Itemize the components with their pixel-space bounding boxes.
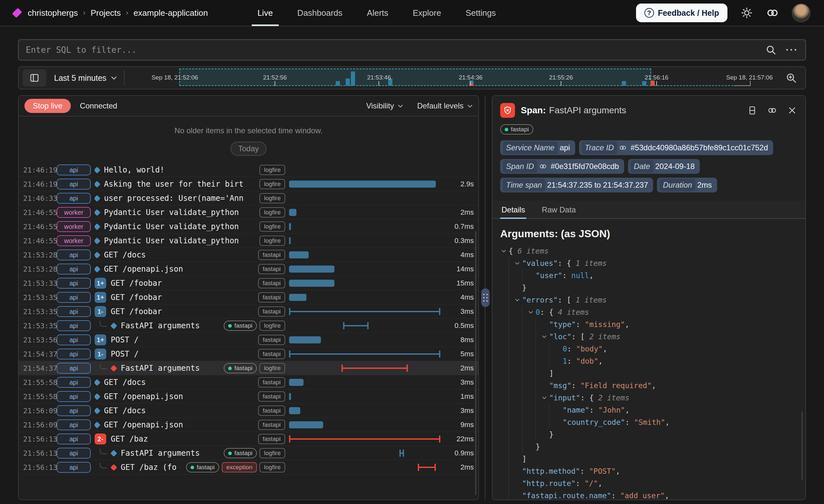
service-badge: api (57, 306, 91, 317)
copy-link-icon[interactable] (767, 105, 778, 116)
service-badge: api (57, 377, 91, 388)
trace-row[interactable]: 21:53:35apiFastAPI argumentsfastapilogfi… (19, 319, 478, 333)
tab-details[interactable]: Details (500, 201, 526, 218)
trace-row[interactable]: 21:46:55workerPydantic User validate_pyt… (19, 234, 478, 248)
tab-settings[interactable]: Settings (464, 0, 497, 26)
panel-resize-handle[interactable] (481, 288, 490, 307)
indent-guide (509, 428, 522, 440)
tab-alerts[interactable]: Alerts (366, 0, 390, 26)
theme-toggle-icon[interactable] (740, 6, 753, 19)
row-timestamp: 21:56:09 (23, 407, 53, 415)
zoom-in-icon[interactable] (781, 72, 802, 84)
breadcrumb-org[interactable]: christophergs (28, 8, 78, 18)
expand-children-badge[interactable]: 1+ (95, 334, 106, 345)
trace-row[interactable]: 21:53:33api1+GET /foobarfastapi15ms (19, 276, 478, 290)
timeline-histogram[interactable]: 21:52:5621:53:4621:54:3621:55:2621:56:16… (126, 67, 781, 89)
trace-row[interactable]: 21:53:28apiGET /openapi.jsonfastapi14ms (19, 262, 478, 276)
link-icon[interactable] (539, 163, 547, 170)
service-badge: worker (57, 235, 91, 246)
sidebar-toggle-button[interactable] (22, 69, 46, 87)
timeline-selection[interactable] (179, 69, 651, 86)
json-tree: { 6 items"values": { 1 items"user": null… (500, 245, 798, 500)
json-token: "loc" (549, 332, 571, 341)
user-avatar[interactable] (792, 4, 811, 22)
trace-row[interactable]: 21:56:09apiGET /docsfastapi3ms (19, 404, 478, 418)
row-duration: 5ms (444, 350, 474, 358)
json-caret[interactable] (514, 298, 521, 302)
expand-children-badge[interactable]: 1- (95, 306, 106, 317)
json-token: 1 items (576, 259, 607, 268)
trace-row[interactable]: 21:53:28apiGET /docsfastapi4ms (19, 248, 478, 262)
trace-row[interactable]: 21:56:13apiGET /baz (fofastapiexceptionl… (19, 460, 478, 474)
trace-row[interactable]: 21:46:55workerPydantic User validate_pyt… (19, 219, 478, 234)
timeline-tick-label: 21:53:46 (367, 74, 391, 81)
link-icon[interactable] (619, 144, 627, 152)
trace-row[interactable]: 21:55:58apiGET /docsfastapi3ms (19, 375, 478, 389)
trace-row[interactable]: 21:56:09apiGET /openapi.jsonfastapi9ms (19, 418, 478, 432)
json-caret[interactable] (500, 249, 507, 253)
detail-scrollbar[interactable] (802, 411, 803, 480)
trace-row[interactable]: 21:56:13api2-GET /bazfastapi22ms (19, 432, 478, 446)
trace-row[interactable]: 21:53:56api1+POST /fastapi8ms (19, 333, 478, 347)
span-name: GET /foobar (111, 307, 162, 316)
trace-row[interactable]: 21:46:55workerPydantic User validate_pyt… (19, 205, 478, 219)
stop-live-button[interactable]: Stop live (24, 99, 71, 113)
visibility-dropdown[interactable]: Visibility (366, 101, 403, 110)
breadcrumb-project[interactable]: example-application (133, 8, 208, 18)
trace-row[interactable]: 21:46:19apiHello, world!logfire (19, 163, 478, 177)
time-range-select[interactable]: Last 5 minutes (54, 73, 117, 83)
duration-bar-track (289, 191, 440, 205)
expand-children-badge[interactable]: 2- (95, 433, 106, 444)
duration-bar-track (289, 276, 440, 290)
indent-guide (509, 440, 522, 453)
tab-explore[interactable]: Explore (411, 0, 442, 26)
trace-row[interactable]: 21:54:37api1-POST /fastapi5ms (19, 347, 478, 361)
trace-row[interactable]: 21:55:58apiGET /openapi.jsonfastapi1ms (19, 389, 478, 404)
trace-row[interactable]: 21:46:33apiuser processed: User(name='An… (19, 191, 478, 205)
trace-row[interactable]: 21:46:19apiAsking the user for their bir… (19, 177, 478, 191)
trace-row[interactable]: 21:53:35api1-GET /foobarfastapi3ms (19, 304, 478, 319)
tag-pill-fastapi: fastapi (258, 391, 285, 402)
trace-row[interactable]: 21:53:35api1+GET /foobarfastapi4ms (19, 290, 478, 304)
default-levels-dropdown[interactable]: Default levels (417, 101, 473, 110)
json-caret[interactable] (527, 311, 534, 314)
row-duration: 2.9s (444, 180, 474, 188)
tab-live[interactable]: Live (256, 0, 274, 26)
row-duration: 3ms (444, 307, 474, 316)
row-duration: 15ms (444, 279, 474, 287)
close-icon[interactable] (787, 105, 798, 116)
green-dot-icon (505, 128, 508, 131)
json-token: "user" (536, 271, 562, 280)
row-timestamp: 21:46:55 (23, 223, 53, 231)
json-caret[interactable] (541, 335, 548, 338)
row-tags: logfire (260, 235, 285, 246)
json-token: "body" (576, 345, 603, 353)
share-link-icon[interactable] (766, 6, 779, 19)
json-line: "input": { 2 items (509, 392, 798, 404)
sql-filter-input[interactable] (26, 45, 764, 55)
expand-children-badge[interactable]: 1+ (95, 278, 106, 289)
trace-row[interactable]: 21:56:13apiFastAPI argumentsfastapilogfi… (19, 446, 478, 460)
search-icon[interactable] (764, 43, 777, 56)
expand-children-badge[interactable]: 1+ (95, 292, 106, 303)
tab-raw-data[interactable]: Raw Data (540, 201, 577, 218)
dock-panel-icon[interactable] (747, 105, 758, 116)
row-tags: fastapi (258, 420, 285, 430)
breadcrumb-projects[interactable]: Projects (90, 8, 121, 18)
trace-row[interactable]: 21:54:37apiFastAPI argumentsfastapilogfi… (19, 361, 478, 375)
duration-bar-track (289, 319, 440, 333)
json-caret[interactable] (541, 396, 548, 399)
list-scrollbar[interactable] (475, 231, 476, 495)
more-options-icon[interactable]: ··· (786, 44, 798, 56)
duration-bar-track (289, 205, 440, 219)
row-timestamp: 21:55:58 (23, 379, 53, 387)
row-name-cell: GET /openapi.json (95, 420, 254, 429)
json-caret[interactable] (514, 262, 521, 265)
json-line: } (509, 440, 798, 453)
feedback-help-button[interactable]: ? Feedback / Help (636, 4, 727, 22)
tab-dashboards[interactable]: Dashboards (296, 0, 344, 26)
indent-guide (509, 453, 522, 465)
expand-children-badge[interactable]: 1- (95, 348, 106, 360)
json-line: "http.route": "/", (509, 477, 798, 490)
today-button[interactable]: Today (230, 141, 267, 156)
